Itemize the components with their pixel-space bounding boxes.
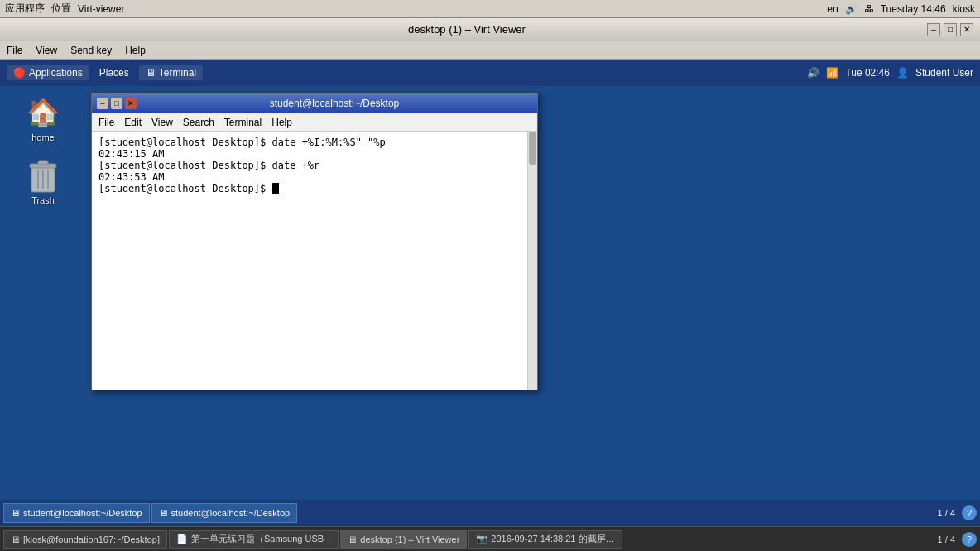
os-topbar: 应用程序 位置 Virt-viewer en 🔊 🖧 Tuesday 14:46… [0, 0, 980, 18]
virt-viewer-window: desktop (1) – Virt Viewer – □ ✕ File Vie… [0, 18, 980, 526]
vm-page-indicator: 1 / 4 [938, 508, 955, 518]
os-taskbar: 🖥 [kiosk@foundation167:~/Desktop] 📄 第一单元… [0, 526, 980, 551]
term-menu-view[interactable]: View [151, 117, 173, 128]
vv-titlebar-btns: – □ ✕ [927, 23, 973, 36]
os-taskbar-item-4[interactable]: 📷 2016-09-27 14:38:21 的截屏… [468, 530, 622, 549]
vv-menu-file[interactable]: File [7, 45, 22, 56]
vm-help-icon[interactable]: ? [962, 505, 977, 520]
vm-area: 🔴 Applications Places 🖥 Terminal 🔊 📶 Tue… [0, 60, 980, 526]
terminal-title: student@localhost:~/Desktop [137, 98, 532, 109]
vm-redhat-icon: 🔴 [13, 67, 26, 79]
vm-taskbar-item-2[interactable]: 🖥 student@localhost:~/Desktop [151, 503, 298, 523]
vv-titlebar: desktop (1) – Virt Viewer – □ ✕ [0, 18, 980, 41]
home-icon: 🏠 [23, 93, 63, 132]
os-taskbar-icon-1: 🖥 [11, 534, 20, 544]
terminal-scrollbar[interactable] [527, 132, 537, 390]
vm-user-label: Student User [915, 67, 973, 79]
os-virt-viewer-label[interactable]: Virt-viewer [78, 3, 124, 15]
trash-icon [23, 156, 63, 195]
os-taskbar-right: 1 / 4 ? [938, 532, 977, 547]
vm-applications-btn[interactable]: 🔴 Applications [7, 65, 89, 80]
vv-menu-sendkey[interactable]: Send key [70, 45, 112, 56]
desktop-icon-trash[interactable]: Trash [17, 156, 70, 205]
vv-close-btn[interactable]: ✕ [960, 23, 973, 36]
term-menu-search[interactable]: Search [183, 117, 214, 128]
terminal-line-1: [student@localhost Desktop]$ date +%I:%M… [98, 137, 521, 148]
terminal-line-3: [student@localhost Desktop]$ date +%r [98, 160, 521, 171]
svg-rect-2 [38, 161, 48, 165]
os-taskbar-icon-4: 📷 [476, 534, 488, 544]
main-container: 应用程序 位置 Virt-viewer en 🔊 🖧 Tuesday 14:46… [0, 0, 980, 551]
vv-restore-btn[interactable]: □ [944, 23, 957, 36]
term-menu-help[interactable]: Help [271, 117, 292, 128]
terminal-content[interactable]: [student@localhost Desktop]$ date +%I:%M… [92, 132, 527, 390]
terminal-body: [student@localhost Desktop]$ date +%I:%M… [92, 132, 537, 390]
vv-menu-help[interactable]: Help [125, 45, 146, 56]
os-network-icon: 🖧 [864, 3, 874, 15]
os-taskbar-icon-3: 🖥 [348, 534, 357, 544]
terminal-close-btn[interactable]: ✕ [125, 98, 137, 109]
term-menu-file[interactable]: File [98, 117, 114, 128]
vm-user-icon: 👤 [896, 67, 909, 79]
vm-taskbar-icon-1: 🖥 [11, 508, 20, 518]
terminal-line-5: [student@localhost Desktop]$ [98, 183, 521, 194]
vv-title: desktop (1) – Virt Viewer [7, 23, 927, 36]
terminal-titlebar-btns: – □ ✕ [97, 98, 137, 109]
os-taskbar-item-2[interactable]: 📄 第一单元练习题（Samsung USB··· [169, 530, 339, 549]
vm-panel-right: 🔊 📶 Tue 02:46 👤 Student User [807, 67, 973, 79]
term-menu-terminal[interactable]: Terminal [224, 117, 262, 128]
os-places-label[interactable]: 位置 [51, 2, 71, 16]
os-taskbar-item-1[interactable]: 🖥 [kiosk@foundation167:~/Desktop] [3, 530, 167, 549]
os-topbar-left: 应用程序 位置 Virt-viewer [5, 2, 124, 16]
home-label: home [31, 132, 55, 142]
desktop-icon-home[interactable]: 🏠 home [17, 93, 70, 142]
terminal-window: – □ ✕ student@localhost:~/Desktop File E… [91, 93, 538, 390]
os-lang: en [827, 3, 838, 15]
terminal-titlebar: – □ ✕ student@localhost:~/Desktop [92, 93, 537, 113]
vv-menu-view[interactable]: View [36, 45, 57, 56]
os-kiosk: kiosk [953, 3, 975, 15]
terminal-menubar: File Edit View Search Terminal Help [92, 113, 537, 132]
os-taskbar-item-3[interactable]: 🖥 desktop (1) – Virt Viewer [340, 530, 467, 549]
vm-panel: 🔴 Applications Places 🖥 Terminal 🔊 📶 Tue… [0, 60, 980, 86]
os-taskbar-icon-2: 📄 [176, 534, 188, 544]
terminal-line-4: 02:43:53 AM [98, 171, 521, 183]
os-sound-icon: 🔊 [845, 3, 858, 15]
vm-sound-icon: 🔊 [807, 67, 819, 79]
vm-network-icon: 📶 [826, 67, 838, 79]
term-menu-edit[interactable]: Edit [124, 117, 142, 128]
desktop-icons: 🏠 home [17, 93, 70, 205]
vm-taskbar: 🖥 student@localhost:~/Desktop 🖥 student@… [0, 500, 980, 526]
os-topbar-right: en 🔊 🖧 Tuesday 14:46 kiosk [827, 3, 975, 15]
vm-terminal-icon: 🖥 [146, 67, 156, 79]
terminal-minimize-btn[interactable]: – [97, 98, 108, 109]
vv-menubar: File View Send key Help [0, 41, 980, 60]
terminal-line-2: 02:43:15 AM [98, 148, 521, 160]
os-page-indicator: 1 / 4 [938, 534, 955, 544]
vm-terminal-btn[interactable]: 🖥 Terminal [139, 65, 203, 80]
vm-taskbar-right: 1 / 4 ? [938, 505, 977, 520]
vm-taskbar-icon-2: 🖥 [159, 508, 168, 518]
vv-minimize-btn[interactable]: – [927, 23, 940, 36]
os-apps-label[interactable]: 应用程序 [5, 2, 45, 16]
os-help-icon[interactable]: ? [962, 532, 977, 547]
trash-label: Trash [31, 195, 55, 205]
os-datetime: Tuesday 14:46 [881, 3, 946, 15]
vm-places-label[interactable]: Places [99, 67, 129, 79]
terminal-restore-btn[interactable]: □ [111, 98, 122, 109]
vm-taskbar-item-1[interactable]: 🖥 student@localhost:~/Desktop [3, 503, 150, 523]
terminal-cursor [272, 183, 279, 194]
vm-datetime: Tue 02:46 [845, 67, 890, 79]
terminal-scrollbar-thumb[interactable] [529, 132, 536, 165]
